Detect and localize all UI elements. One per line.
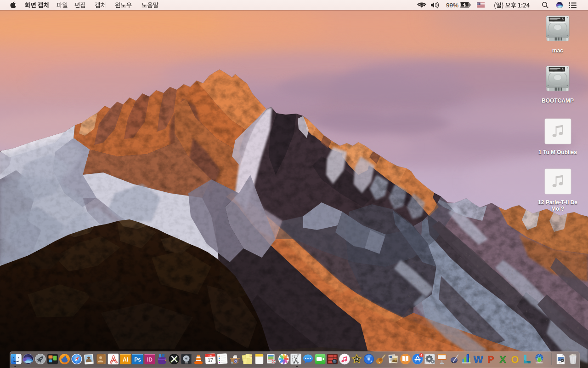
svg-text:X: X <box>499 354 506 365</box>
svg-text:MOV: MOV <box>559 362 562 364</box>
svg-text:W: W <box>474 354 483 365</box>
svg-text:Q: Q <box>234 360 237 363</box>
svg-text:Ai: Ai <box>123 356 128 363</box>
svg-text:17: 17 <box>208 357 214 363</box>
svg-text:O: O <box>511 354 519 365</box>
svg-text:6월: 6월 <box>209 354 212 356</box>
svg-text:ID: ID <box>147 356 153 363</box>
svg-text:P: P <box>487 354 494 365</box>
svg-text:Ps: Ps <box>134 356 141 363</box>
svg-text:4: 4 <box>420 354 422 357</box>
svg-text:99%: 99% <box>446 2 458 9</box>
svg-text:Note: Note <box>249 355 252 357</box>
